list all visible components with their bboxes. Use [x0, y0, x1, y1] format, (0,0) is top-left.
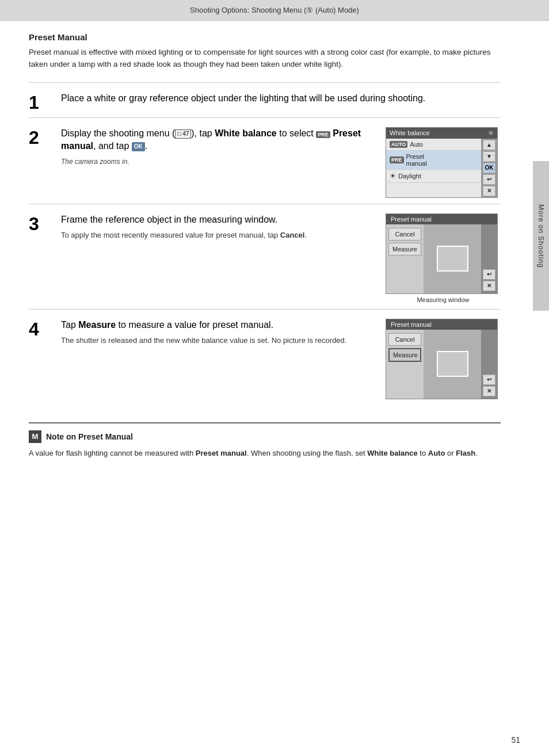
step-4-number: 4 [29, 320, 52, 338]
down-btn[interactable]: ▼ [483, 151, 495, 162]
close-btn[interactable]: ✕ [483, 186, 495, 196]
header-title: Shooting Options: Shooting Menu (⑤ (Auto… [190, 6, 359, 14]
preset-ui-4-header: Preset manual [386, 319, 497, 330]
note-box: M Note on Preset Manual A value for flas… [29, 422, 501, 459]
step-4-content: Tap Measure to measure a value for prese… [61, 319, 376, 346]
measure-btn-3[interactable]: Measure [388, 243, 421, 255]
note-final: . [475, 449, 478, 457]
main-content: Preset Manual Preset manual is effective… [0, 21, 529, 471]
preset-ui-4-buttons: Cancel Measure [386, 330, 424, 399]
auto-badge: AUTO [390, 141, 407, 148]
up-btn[interactable]: ▲ [483, 140, 495, 150]
note-icon-letter: M [32, 432, 39, 441]
measuring-window-box [437, 246, 468, 272]
preset-ui-3-buttons: Cancel Measure [386, 224, 424, 293]
cam-ui-icon: ⚛ [488, 129, 494, 137]
measuring-window-box-4 [437, 351, 468, 377]
step-3-sub-bold: Cancel [280, 231, 305, 239]
step-2: 2 Display the shooting menu (□ 47), tap … [29, 117, 501, 204]
pre-badge-list: PRE [390, 156, 404, 163]
note-bold-2: White balance [367, 449, 417, 457]
step-3-sub-text: To apply the most recently measured valu… [61, 230, 376, 241]
note-bold-1: Preset manual [196, 449, 247, 457]
step-2-content: Display the shooting menu (□ 47), tap Wh… [61, 127, 376, 167]
back-btn[interactable]: ↩ [483, 174, 495, 185]
step-4-image: Preset manual Cancel Measure ↩ ✕ [386, 319, 501, 399]
step-4-main-text: Tap Measure to measure a value for prese… [61, 319, 376, 331]
page-header: Shooting Options: Shooting Menu (⑤ (Auto… [0, 0, 549, 21]
cam-ui-wb: White balance ⚛ AUTO Auto PRE Presetmanu… [386, 127, 498, 198]
cam-ui-title: White balance [390, 129, 430, 136]
step-4: 4 Tap Measure to measure a value for pre… [29, 309, 501, 405]
preset-label: Presetmanual [406, 153, 427, 167]
cam-ui-sidebar: ▲ ▼ OK ↩ ✕ [481, 139, 497, 197]
note-plain-1: A value for flash lighting cannot be mea… [29, 449, 196, 457]
preset-ui-3-viewfinder [424, 224, 481, 293]
ok-btn[interactable]: OK [483, 163, 495, 173]
pre-badge: PRE [316, 131, 330, 138]
step-1-number: 1 [29, 93, 52, 112]
step-3-sub-plain: To apply the most recently measured valu… [61, 231, 280, 239]
step-3: 3 Frame the reference object in the meas… [29, 204, 501, 309]
preset-ui-3-right: ↩ ✕ [481, 224, 497, 293]
step-3-main-text: Frame the reference object in the measur… [61, 213, 376, 226]
cam-ui-header: White balance ⚛ [386, 128, 497, 139]
section-title: Preset Manual [29, 32, 501, 42]
measure-btn-4[interactable]: Measure [388, 348, 421, 362]
back-btn-4[interactable]: ↩ [483, 375, 495, 385]
cam-ui-item-daylight: ☀ Daylight [386, 170, 481, 183]
cam-ui-body: AUTO Auto PRE Presetmanual ☀ Daylight [386, 139, 497, 197]
close-btn-4[interactable]: ✕ [483, 386, 495, 396]
step-3-number: 3 [29, 215, 52, 233]
note-or: or [445, 449, 456, 457]
preset-ui-3-header: Preset manual [386, 214, 497, 224]
step-2-image: White balance ⚛ AUTO Auto PRE Presetmanu… [386, 127, 501, 198]
page-number: 51 [511, 735, 520, 744]
step-2-number: 2 [29, 128, 52, 147]
daylight-icon: ☀ [390, 172, 396, 180]
close-btn-3[interactable]: ✕ [483, 281, 495, 291]
cancel-btn-4[interactable]: Cancel [388, 333, 421, 346]
preset-ui-4: Preset manual Cancel Measure ↩ ✕ [386, 319, 498, 399]
ok-inline-btn: OK [132, 142, 145, 151]
measuring-label: Measuring window [386, 296, 501, 303]
back-btn-3[interactable]: ↩ [483, 269, 495, 280]
note-icon: M [29, 430, 41, 443]
auto-label: Auto [410, 141, 423, 148]
note-end: to [418, 449, 428, 457]
step-4-sub-text: The shutter is released and the new whit… [61, 335, 376, 346]
step-1-content: Place a white or gray reference object u… [61, 92, 501, 108]
note-bold-4: Flash [456, 449, 475, 457]
step-2-sub-text: The camera zooms in. [61, 156, 376, 167]
preset-ui-3-body: Cancel Measure ↩ ✕ [386, 224, 497, 293]
book-ref: □ 47 [175, 129, 191, 139]
preset-ui-4-right: ↩ ✕ [481, 330, 497, 399]
preset-ui-3: Preset manual Cancel Measure ↩ ✕ [386, 213, 498, 294]
step-3-image: Preset manual Cancel Measure ↩ ✕ Measuri… [386, 213, 501, 303]
note-text: A value for flash lighting cannot be mea… [29, 448, 501, 459]
step-1-main-text: Place a white or gray reference object u… [61, 92, 501, 105]
cam-ui-item-auto: AUTO Auto [386, 139, 481, 151]
step-3-content: Frame the reference object in the measur… [61, 213, 376, 241]
step-3-sub-end: . [304, 231, 307, 239]
side-tab-label: More on Shooting [537, 204, 545, 268]
preset-ui-4-body: Cancel Measure ↩ ✕ [386, 330, 497, 399]
white-balance-bold: White balance [215, 128, 277, 138]
measure-bold: Measure [78, 320, 116, 330]
section-intro: Preset manual is effective with mixed li… [29, 47, 501, 71]
cancel-btn-3[interactable]: Cancel [388, 228, 421, 240]
note-title: M Note on Preset Manual [29, 430, 501, 443]
cam-ui-list: AUTO Auto PRE Presetmanual ☀ Daylight [386, 139, 481, 197]
preset-ui-4-viewfinder [424, 330, 481, 399]
note-title-text: Note on Preset Manual [46, 432, 133, 441]
note-mid: . When shooting using the flash, set [247, 449, 368, 457]
cam-ui-item-preset: PRE Presetmanual [386, 151, 481, 170]
note-bold-3: Auto [428, 449, 445, 457]
step-2-main-text: Display the shooting menu (□ 47), tap Wh… [61, 127, 376, 153]
daylight-label: Daylight [398, 173, 421, 180]
side-tab: More on Shooting [533, 161, 549, 311]
step-1: 1 Place a white or gray reference object… [29, 82, 501, 117]
